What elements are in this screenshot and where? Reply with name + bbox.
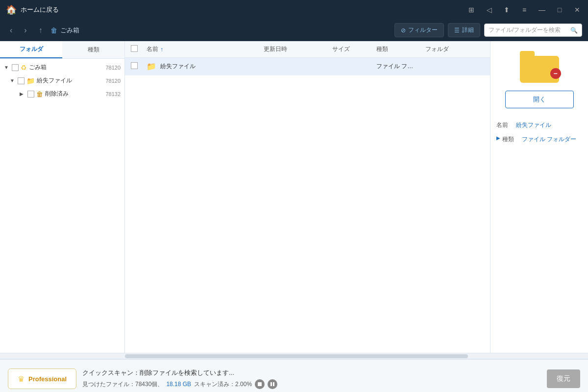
pause-bar-right <box>273 382 274 386</box>
bottom-bar: ♛ Professional クイックスキャン：削除ファイルを検索しています..… <box>0 359 588 392</box>
info-grid: 名前 紛失ファイル ▶ 種類 ファイル フォルダー <box>496 118 582 147</box>
sidebar-content: ▼ ♻ ごみ箱 78120 ▼ 📁 紛失ファイル 78120 ▶ 🗑 削除済み … <box>0 59 124 353</box>
home-icon: 🏠 <box>6 4 17 15</box>
content-header: 名前 ↑ 更新日時 サイズ 種類 フォルダ <box>125 41 490 58</box>
expand-arrow-deleted: ▶ <box>20 91 25 97</box>
header-date[interactable]: 更新日時 <box>264 45 332 53</box>
tree-label-trash: ごみ箱 <box>29 63 103 72</box>
header-name[interactable]: 名前 ↑ <box>147 45 264 53</box>
status-detail: 見つけたファイル：78430個、 18.18 GB スキャン済み：2.00% <box>82 379 541 389</box>
pause-button[interactable] <box>268 379 277 389</box>
menu-icon[interactable]: ≡ <box>519 6 529 14</box>
info-type-label: 種類 <box>502 135 522 144</box>
sort-arrow: ↑ <box>160 46 163 53</box>
info-arrow-icon: ▶ <box>496 135 500 141</box>
tree-label-deleted: 削除済み <box>45 90 103 98</box>
pause-bar-left <box>270 382 272 386</box>
main-container: フォルダ 種類 ▼ ♻ ごみ箱 78120 ▼ 📁 紛失ファイル 78120 <box>0 41 588 353</box>
professional-label: Professional <box>28 375 67 383</box>
search-icon: 🔍 <box>570 27 578 34</box>
filter-button[interactable]: ⊘ フィルター <box>394 23 444 37</box>
upload-icon[interactable]: ⬆ <box>502 6 512 14</box>
status-main-text: クイックスキャン：削除ファイルを検索しています... <box>82 368 541 377</box>
toolbar: ‹ › ↑ 🗑 ごみ箱 ⊘ フィルター ☰ 詳細 ファイル/フォルダーを検索 🔍 <box>0 20 588 41</box>
tree-checkbox-deleted[interactable] <box>27 91 34 98</box>
info-type-value: ファイル フォルダー <box>522 135 582 144</box>
open-button[interactable]: 開く <box>505 91 574 108</box>
tree-count-trash: 78120 <box>105 65 121 71</box>
tree-checkbox-trash[interactable] <box>12 64 19 71</box>
professional-button[interactable]: ♛ Professional <box>8 368 76 389</box>
folder-icon-lost: 📁 <box>26 77 35 85</box>
header-checkbox-col <box>131 45 147 53</box>
trash-icon: ♻ <box>21 64 27 72</box>
titlebar-title: ホームに戻る <box>21 5 466 14</box>
forward-button[interactable]: › <box>20 24 30 37</box>
details-label: 詳細 <box>462 26 474 34</box>
crown-icon: ♛ <box>18 374 24 384</box>
header-folder[interactable]: フォルダ <box>425 45 484 53</box>
sidebar-tabs: フォルダ 種類 <box>0 41 124 59</box>
row-checkbox[interactable] <box>131 62 138 69</box>
info-name-label: 名前 <box>496 121 516 129</box>
restore-button[interactable]: 復元 <box>547 369 580 388</box>
close-button[interactable]: ✕ <box>572 6 582 14</box>
trash-breadcrumb-icon: 🗑 <box>50 26 57 34</box>
right-panel: − 開く 名前 紛失ファイル ▶ 種類 ファイル フォルダー <box>490 41 588 353</box>
breadcrumb-text: ごみ箱 <box>60 26 79 35</box>
sidebar: フォルダ 種類 ▼ ♻ ごみ箱 78120 ▼ 📁 紛失ファイル 78120 <box>0 41 125 353</box>
file-name: 紛失ファイル <box>160 62 196 71</box>
header-type[interactable]: 種類 <box>376 45 425 53</box>
share-icon[interactable]: ◁ <box>484 6 494 14</box>
tree-count-deleted: 78132 <box>105 91 121 97</box>
info-row-name: 名前 紛失ファイル <box>496 118 582 132</box>
status-area: クイックスキャン：削除ファイルを検索しています... 見つけたファイル：7843… <box>82 368 541 389</box>
tree-item-trash[interactable]: ▼ ♻ ごみ箱 78120 <box>0 61 124 74</box>
stop-button[interactable] <box>255 379 265 389</box>
folder-preview: − <box>520 51 559 83</box>
tab-type[interactable]: 種類 <box>62 41 124 58</box>
info-row-type: ▶ 種類 ファイル フォルダー <box>496 132 582 147</box>
tab-folder[interactable]: フォルダ <box>0 41 62 58</box>
titlebar: 🏠 ホームに戻る ⊞ ◁ ⬆ ≡ — □ ✕ <box>0 0 588 20</box>
tree-count-lost: 78120 <box>105 78 121 84</box>
titlebar-controls: ⊞ ◁ ⬆ ≡ — □ ✕ <box>466 6 582 14</box>
grid-icon[interactable]: ⊞ <box>466 6 476 14</box>
row-type: ファイル フ… <box>376 62 425 71</box>
details-button[interactable]: ☰ 詳細 <box>448 23 480 37</box>
trash-icon-deleted: 🗑 <box>36 90 43 98</box>
folder-badge: − <box>550 68 561 79</box>
status-controls <box>255 379 277 389</box>
status-detail-size: 18.18 GB <box>166 381 191 388</box>
scrollbar-area[interactable] <box>0 353 588 359</box>
info-name-value: 紛失ファイル <box>516 121 582 129</box>
file-row[interactable]: 📁 紛失ファイル ファイル フ… <box>125 58 490 75</box>
folder-file-icon: 📁 <box>147 62 156 71</box>
tree-item-deleted[interactable]: ▶ 🗑 削除済み 78132 <box>0 87 124 100</box>
select-all-checkbox[interactable] <box>131 45 138 52</box>
status-detail-scan: スキャン済み：2.00% <box>194 380 252 389</box>
row-checkbox-col <box>131 62 147 71</box>
expand-arrow-lost: ▼ <box>10 78 16 83</box>
breadcrumb: 🗑 ごみ箱 <box>50 26 391 35</box>
search-box[interactable]: ファイル/フォルダーを検索 🔍 <box>484 24 582 37</box>
tree-checkbox-lost[interactable] <box>18 77 24 84</box>
expand-arrow: ▼ <box>4 65 10 70</box>
scrollbar-thumb[interactable] <box>125 354 468 358</box>
folder-body: − <box>520 56 559 83</box>
header-size[interactable]: サイズ <box>332 45 376 53</box>
row-name: 📁 紛失ファイル <box>147 62 264 71</box>
filter-icon: ⊘ <box>401 27 406 34</box>
back-button[interactable]: ‹ <box>6 24 16 37</box>
up-button[interactable]: ↑ <box>35 24 47 37</box>
tree-item-lost[interactable]: ▼ 📁 紛失ファイル 78120 <box>0 74 124 87</box>
toolbar-right: ⊘ フィルター ☰ 詳細 ファイル/フォルダーを検索 🔍 <box>394 23 582 37</box>
status-detail-prefix: 見つけたファイル：78430個、 <box>82 380 163 389</box>
search-placeholder: ファイル/フォルダーを検索 <box>489 26 561 34</box>
maximize-button[interactable]: □ <box>555 6 564 14</box>
details-icon: ☰ <box>454 27 460 34</box>
tree-label-lost: 紛失ファイル <box>37 76 103 85</box>
name-col-label: 名前 <box>147 45 158 53</box>
filter-label: フィルター <box>408 26 438 34</box>
minimize-button[interactable]: — <box>537 6 547 14</box>
